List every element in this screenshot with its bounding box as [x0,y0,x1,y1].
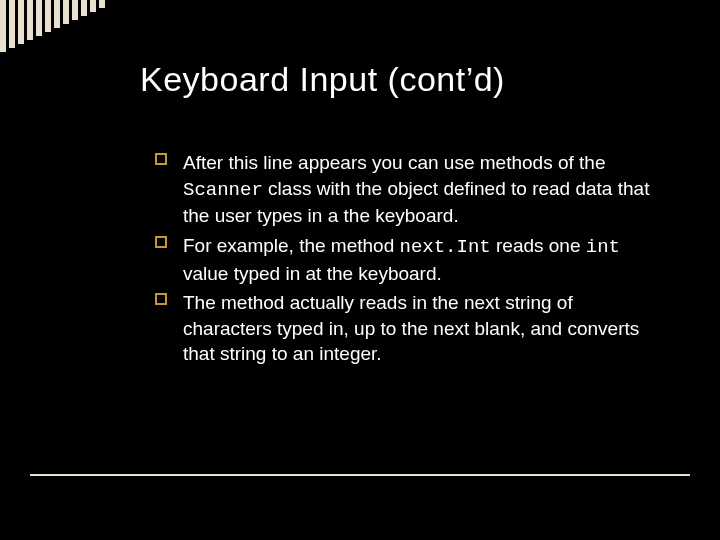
decorative-bar [45,0,51,32]
decorative-bar [27,0,33,40]
bottom-rule [30,474,690,476]
decorative-bar [63,0,69,24]
bullet-text: The method actually reads in the next st… [183,292,639,364]
decorative-bar [81,0,87,16]
square-bullet-icon [155,236,167,248]
slide-body: After this line appears you can use meth… [155,150,665,371]
text-span: For example, the method [183,235,400,256]
decorative-bar [90,0,96,12]
square-bullet-icon [155,293,167,305]
bullet-item: After this line appears you can use meth… [155,150,665,229]
bullet-text: For example, the method next.Int reads o… [183,235,620,284]
decorative-bar [72,0,78,20]
decorative-bars [0,0,108,52]
bullet-text: After this line appears you can use meth… [183,152,649,226]
slide-title: Keyboard Input (cont’d) [140,60,505,99]
code-span: next.Int [400,236,491,258]
decorative-bar [36,0,42,36]
slide: Keyboard Input (cont’d) After this line … [0,0,720,540]
decorative-bar [54,0,60,28]
decorative-bar [9,0,15,48]
text-span: After this line appears you can use meth… [183,152,605,173]
text-span: value typed in at the keyboard. [183,263,442,284]
code-span: Scanner [183,179,263,201]
decorative-bar [99,0,105,8]
text-span: reads one [491,235,586,256]
decorative-bar [18,0,24,44]
square-bullet-icon [155,153,167,165]
decorative-bar [0,0,6,52]
bullet-item: For example, the method next.Int reads o… [155,233,665,286]
text-span: The method actually reads in the next st… [183,292,639,364]
bullet-item: The method actually reads in the next st… [155,290,665,367]
code-span: int [586,236,620,258]
